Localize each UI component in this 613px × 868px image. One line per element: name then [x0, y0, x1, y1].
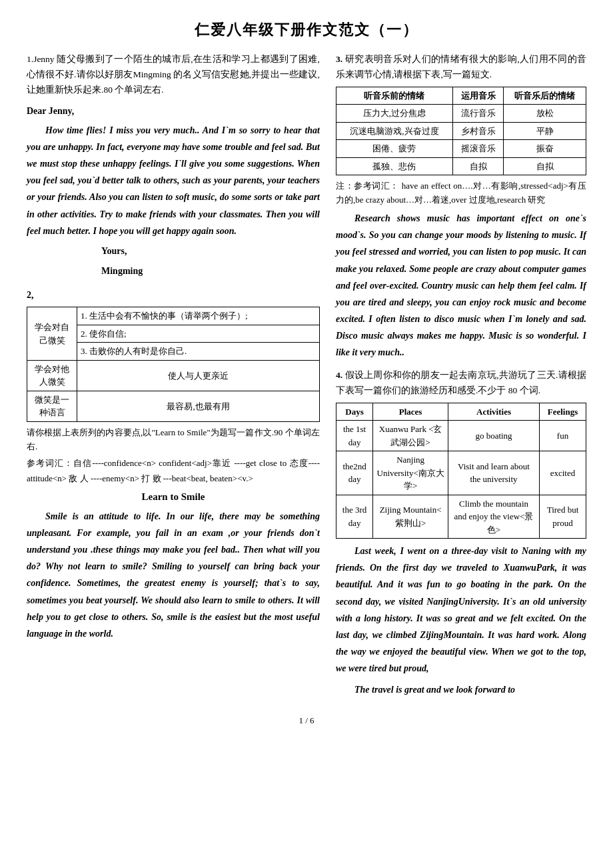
cell-feeling2: excited: [539, 451, 586, 495]
letter-close1: Yours,: [27, 243, 320, 259]
section3-intro-text: 研究表明音乐对人们的情绪有很大的影响,人们用不同的音乐来调节心情,请根据下表,写…: [336, 54, 586, 79]
cell: 流行音乐: [452, 105, 503, 123]
section3-note: 注：参考词汇： have an effect on….对…有影响,stresse…: [336, 179, 586, 207]
section2: 2, 学会对自己微笑 1. 生活中会有不愉快的事（请举两个例子）; 2. 使你自…: [27, 287, 320, 643]
cell-place2: Nanjing University<南京大学>: [373, 451, 448, 495]
right-column: 3. 研究表明音乐对人们的情绪有很大的影响,人们用不同的音乐来调节心情,请根据下…: [336, 52, 586, 702]
section1-intro: 1.Jenny 随父母搬到了一个陌生的城市后,在生活和学习上都遇到了困难,心情很…: [27, 52, 320, 98]
cell-activity2: Visit and learn about the university: [448, 451, 540, 495]
cell: 摇滚音乐: [452, 140, 503, 158]
page-title: 仁爱八年级下册作文范文（一）: [27, 20, 586, 40]
section4-essay1: Last week, I went on a three-day visit t…: [336, 543, 586, 677]
section4-intro-text: 假设上周你和你的朋友一起去南京玩,共游玩了三天.请根据下表写一篇你们的旅游经历和…: [336, 370, 586, 395]
letter-body: How time flies! I miss you very much.. A…: [27, 122, 320, 239]
section4: 4. 假设上周你和你的朋友一起去南京玩,共游玩了三天.请根据下表写一篇你们的旅游…: [336, 368, 586, 698]
col-header-feelings: Feelings: [539, 403, 586, 421]
table-row: the 3rd day Zijing Mountain<紫荆山> Climb t…: [336, 495, 586, 539]
table-row: 压力大,过分焦虑 流行音乐 放松: [336, 105, 586, 123]
table-row: the 1st day Xuanwu Park <玄武湖公园> go boati…: [336, 421, 586, 451]
letter-close2: Mingming: [27, 263, 320, 279]
col-header-3: 听音乐后的情绪: [504, 87, 586, 105]
col-header-places: Places: [373, 403, 448, 421]
section4-essay2: The travel is great and we look forward …: [336, 681, 586, 698]
smile-essay: Smile is an attitude to life. In our lif…: [27, 508, 320, 643]
cell-day3: the 3rd day: [336, 495, 373, 539]
col-header-activities: Activities: [448, 403, 540, 421]
section4-intro: 4. 假设上周你和你的朋友一起去南京玩,共游玩了三天.请根据下表写一篇你们的旅游…: [336, 368, 586, 399]
cell-place1: Xuanwu Park <玄武湖公园>: [373, 421, 448, 451]
table-header-row: Days Places Activities Feelings: [336, 403, 586, 421]
section1: 1.Jenny 随父母搬到了一个陌生的城市后,在生活和学习上都遇到了困难,心情很…: [27, 52, 320, 279]
section-title-smile: Learn to Smile: [27, 491, 320, 503]
section3-label: 3.: [336, 54, 342, 64]
col-header-1: 听音乐前的情绪: [336, 87, 453, 105]
cell: 放松: [504, 105, 586, 123]
cell: 沉迷电脑游戏,兴奋过度: [336, 122, 453, 140]
table-header-row: 听音乐前的情绪 运用音乐 听音乐后的情绪: [336, 87, 586, 105]
cell: 孤独、悲伤: [336, 157, 453, 175]
cell: 乡村音乐: [452, 122, 503, 140]
trip-table: Days Places Activities Feelings the 1st …: [336, 403, 586, 539]
section2-label: 2,: [27, 287, 320, 303]
smile-table: 学会对自己微笑 1. 生活中会有不愉快的事（请举两个例子）; 2. 使你自信; …: [27, 307, 320, 422]
cell: 自拟: [504, 157, 586, 175]
letter-greeting: Dear Jenny,: [27, 103, 320, 119]
page-number: 1 / 6: [27, 715, 586, 726]
cell: 自拟: [452, 157, 503, 175]
cell-feeling3: Tired but proud: [539, 495, 586, 539]
cell: 困倦、疲劳: [336, 140, 453, 158]
cell-feeling1: fun: [539, 421, 586, 451]
table-row: 学会对他人微笑 使人与人更亲近: [27, 360, 320, 391]
cell: 振奋: [504, 140, 586, 158]
cell-activity1: go boating: [448, 421, 540, 451]
cell-day2: the2nd day: [336, 451, 373, 495]
col-header-2: 运用音乐: [452, 87, 503, 105]
section3: 3. 研究表明音乐对人们的情绪有很大的影响,人们用不同的音乐来调节心情,请根据下…: [336, 52, 586, 361]
section2-instruction: 请你根据上表所列的内容要点,以"Learn to Smile"为题写一篇作文.9…: [27, 426, 320, 454]
cell-place3: Zijing Mountain<紫荆山>: [373, 495, 448, 539]
table-row: 沉迷电脑游戏,兴奋过度 乡村音乐 平静: [336, 122, 586, 140]
music-table: 听音乐前的情绪 运用音乐 听音乐后的情绪 压力大,过分焦虑 流行音乐 放松 沉迷…: [336, 87, 586, 176]
table-row: 困倦、疲劳 摇滚音乐 振奋: [336, 140, 586, 158]
table-row: 学会对自己微笑 1. 生活中会有不愉快的事（请举两个例子）;: [27, 307, 320, 325]
section3-intro: 3. 研究表明音乐对人们的情绪有很大的影响,人们用不同的音乐来调节心情,请根据下…: [336, 52, 586, 83]
cell-activity3: Climb the mountain and enjoy the view<景色…: [448, 495, 540, 539]
cell-day1: the 1st day: [336, 421, 373, 451]
table-row: 孤独、悲伤 自拟 自拟: [336, 157, 586, 175]
col-header-days: Days: [336, 403, 373, 421]
section4-label: 4.: [336, 370, 342, 380]
section3-essay: Research shows music has important effec…: [336, 210, 586, 361]
cell: 压力大,过分焦虑: [336, 105, 453, 123]
cell: 平静: [504, 122, 586, 140]
table-row: the2nd day Nanjing University<南京大学> Visi…: [336, 451, 586, 495]
section2-vocab: 参考词汇：自信----confidence<n> confident<adj>靠…: [27, 456, 320, 485]
left-column: 1.Jenny 随父母搬到了一个陌生的城市后,在生活和学习上都遇到了困难,心情很…: [27, 52, 320, 702]
table-row: 微笑是一种语言 最容易,也最有用: [27, 391, 320, 421]
